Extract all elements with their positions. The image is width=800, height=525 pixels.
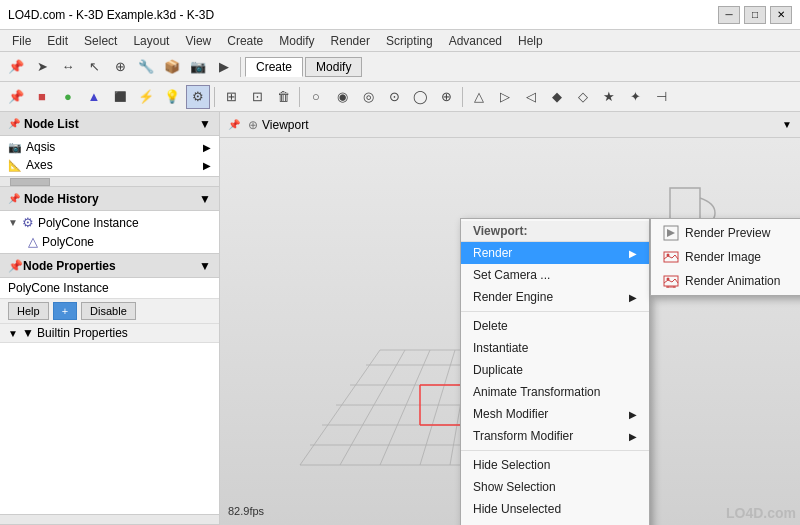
tb2-cyl-btn[interactable]: ⬛ xyxy=(108,85,132,109)
ctx-hideunsel-item[interactable]: Hide Unselected xyxy=(461,498,649,520)
tb2-disk-btn[interactable]: ◉ xyxy=(330,85,354,109)
minimize-button[interactable]: ─ xyxy=(718,6,740,24)
create-tab[interactable]: Create xyxy=(245,57,303,77)
ctx-setcamera-item[interactable]: Set Camera ... xyxy=(461,264,649,286)
menu-help[interactable]: Help xyxy=(510,32,551,50)
tb2-sel-btn[interactable]: ⊡ xyxy=(245,85,269,109)
tb2-sep3 xyxy=(462,87,463,107)
ctx-duplicate-label: Duplicate xyxy=(473,363,523,377)
tb-arrow-btn[interactable]: ➤ xyxy=(30,55,54,79)
tb2-sphere-btn[interactable]: ● xyxy=(56,85,80,109)
tb2-cyl2-btn[interactable]: ⊙ xyxy=(382,85,406,109)
tb2-sep2 xyxy=(299,87,300,107)
tb-cursor-btn[interactable]: ↖ xyxy=(82,55,106,79)
tb2-cube-btn[interactable]: ■ xyxy=(30,85,54,109)
polycone-icon: △ xyxy=(28,234,38,249)
aqsis-label: Aqsis xyxy=(26,140,55,154)
tb-obj-btn[interactable]: 📦 xyxy=(160,55,184,79)
ctx-showsel-item[interactable]: Show Selection xyxy=(461,476,649,498)
node-list-item-aqsis[interactable]: 📷 Aqsis ▶ xyxy=(0,138,219,156)
menu-scripting[interactable]: Scripting xyxy=(378,32,441,50)
titlebar: LO4D.com - K-3D Example.k3d - K-3D ─ □ ✕ xyxy=(0,0,800,30)
disable-button[interactable]: Disable xyxy=(81,302,136,320)
svg-line-9 xyxy=(380,350,430,465)
submenu-renderanim-item[interactable]: Render Animation xyxy=(651,269,800,293)
node-history-item-polyconeinst[interactable]: ▼ ⚙ PolyCone Instance xyxy=(0,213,219,232)
render-animation-svg xyxy=(663,273,679,289)
menu-select[interactable]: Select xyxy=(76,32,125,50)
ctx-delete-label: Delete xyxy=(473,319,508,333)
menu-file[interactable]: File xyxy=(4,32,39,50)
ctx-transformmod-item[interactable]: Transform Modifier ▶ xyxy=(461,425,649,447)
ctx-render-item[interactable]: Render ▶ xyxy=(461,242,649,264)
tb2-s2-btn[interactable]: ⊕ xyxy=(434,85,458,109)
menu-layout[interactable]: Layout xyxy=(125,32,177,50)
tb-cam-btn[interactable]: 📷 xyxy=(186,55,210,79)
node-list-item-axes[interactable]: 📐 Axes ▶ xyxy=(0,156,219,174)
fps-counter: 82.9fps xyxy=(228,505,264,517)
node-properties-dropdown-icon[interactable]: ▼ xyxy=(199,259,211,273)
tb2-grid-btn[interactable]: ⊞ xyxy=(219,85,243,109)
tb2-plus-btn[interactable]: ✦ xyxy=(623,85,647,109)
add-property-button[interactable]: + xyxy=(53,302,77,320)
props-bottom-scrollbar[interactable] xyxy=(0,514,219,524)
ctx-renderengine-item[interactable]: Render Engine ▶ xyxy=(461,286,649,308)
ctx-instantiate-label: Instantiate xyxy=(473,341,528,355)
tb2-tri-btn[interactable]: △ xyxy=(467,85,491,109)
viewport-canvas[interactable]: 82.9fps Viewport: Render ▶ Set Camera ..… xyxy=(220,138,800,525)
tb2-ring-btn[interactable]: ◯ xyxy=(408,85,432,109)
node-list-dropdown-icon[interactable]: ▼ xyxy=(199,117,211,131)
menu-modify[interactable]: Modify xyxy=(271,32,322,50)
tb2-del-btn[interactable]: 🗑 xyxy=(271,85,295,109)
tb2-active-btn[interactable]: ⚙ xyxy=(186,85,210,109)
polyconeinst-icon: ⚙ xyxy=(22,215,34,230)
axes-dropdown[interactable]: ▶ xyxy=(203,160,211,171)
close-button[interactable]: ✕ xyxy=(770,6,792,24)
ctx-showall-item[interactable]: Show All xyxy=(461,520,649,525)
tb-play-btn[interactable]: ▶ xyxy=(212,55,236,79)
ctx-animate-item[interactable]: Animate Transformation xyxy=(461,381,649,403)
menu-view[interactable]: View xyxy=(177,32,219,50)
tb2-bone-btn[interactable]: ⚡ xyxy=(134,85,158,109)
tb2-oct-btn[interactable]: ◇ xyxy=(571,85,595,109)
polycone-label: PolyCone xyxy=(42,235,94,249)
tb2-sq-btn[interactable]: ▷ xyxy=(493,85,517,109)
svg-line-7 xyxy=(300,350,380,465)
builtin-arrow-icon: ▼ xyxy=(8,328,18,339)
node-history-dropdown-icon[interactable]: ▼ xyxy=(199,192,211,206)
submenu-renderimage-item[interactable]: Render Image xyxy=(651,245,800,269)
tb-move-btn[interactable]: ↔ xyxy=(56,55,80,79)
tb2-light-btn[interactable]: 💡 xyxy=(160,85,184,109)
ctx-delete-item[interactable]: Delete xyxy=(461,315,649,337)
tb-tools-btn[interactable]: 🔧 xyxy=(134,55,158,79)
ctx-hidesel-item[interactable]: Hide Selection xyxy=(461,454,649,476)
tb2-end-btn[interactable]: ⊣ xyxy=(649,85,673,109)
ctx-meshmod-item[interactable]: Mesh Modifier ▶ xyxy=(461,403,649,425)
tb2-pin-btn[interactable]: 📌 xyxy=(4,85,28,109)
node-list-scrollbar[interactable] xyxy=(0,176,219,186)
ctx-duplicate-item[interactable]: Duplicate xyxy=(461,359,649,381)
tb2-pent-btn[interactable]: ◁ xyxy=(519,85,543,109)
tb-select-btn[interactable]: ⊕ xyxy=(108,55,132,79)
menu-render[interactable]: Render xyxy=(323,32,378,50)
tb2-torus-btn[interactable]: ◎ xyxy=(356,85,380,109)
tb2-circle-btn[interactable]: ○ xyxy=(304,85,328,109)
tb-pin-btn[interactable]: 📌 xyxy=(4,55,28,79)
viewport-header: 📌 ⊕ Viewport ▼ xyxy=(220,112,800,138)
menu-edit[interactable]: Edit xyxy=(39,32,76,50)
menu-advanced[interactable]: Advanced xyxy=(441,32,510,50)
node-history-item-polycone[interactable]: △ PolyCone xyxy=(0,232,219,251)
builtin-properties-header[interactable]: ▼ ▼ Builtin Properties xyxy=(0,324,219,343)
maximize-button[interactable]: □ xyxy=(744,6,766,24)
submenu-renderpreview-item[interactable]: Render Preview xyxy=(651,221,800,245)
tb2-hex-btn[interactable]: ◆ xyxy=(545,85,569,109)
tb2-cone-btn[interactable]: ▲ xyxy=(82,85,106,109)
menu-create[interactable]: Create xyxy=(219,32,271,50)
viewport-dropdown-icon[interactable]: ▼ xyxy=(782,119,792,130)
aqsis-dropdown[interactable]: ▶ xyxy=(203,142,211,153)
builtin-properties-label: ▼ Builtin Properties xyxy=(22,326,128,340)
tb2-star-btn[interactable]: ★ xyxy=(597,85,621,109)
ctx-instantiate-item[interactable]: Instantiate xyxy=(461,337,649,359)
help-button[interactable]: Help xyxy=(8,302,49,320)
modify-tab[interactable]: Modify xyxy=(305,57,362,77)
